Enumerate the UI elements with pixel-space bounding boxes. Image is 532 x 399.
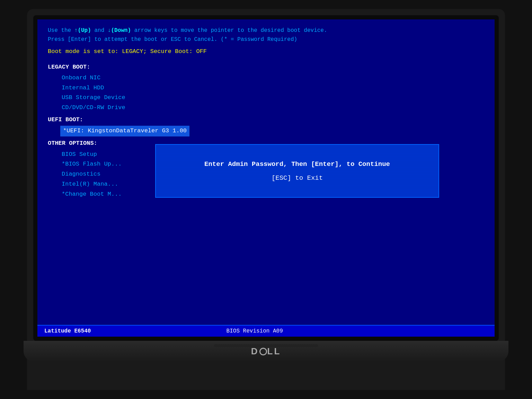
laptop-outer: Use the ↑(Up) and ↓(Down) arrow keys to … bbox=[27, 9, 505, 390]
password-dialog: Enter Admin Password, Then [Enter], to C… bbox=[155, 144, 439, 198]
bios-revision-label: BIOS Revision A09 bbox=[227, 328, 283, 334]
legacy-boot-header: LEGACY BOOT: bbox=[48, 62, 484, 72]
legacy-item-cd[interactable]: CD/DVD/CD-RW Drive bbox=[48, 103, 484, 113]
laptop-model-label: Latitude E6540 bbox=[44, 328, 91, 334]
laptop-bottom: DLL bbox=[24, 341, 508, 362]
password-dialog-line1: Enter Admin Password, Then [Enter], to C… bbox=[204, 160, 390, 168]
password-dialog-line2: [ESC] to Exit bbox=[272, 174, 323, 182]
boot-mode-line: Boot mode is set to: LEGACY; Secure Boot… bbox=[48, 47, 484, 56]
uefi-selected-item[interactable]: *UEFI: KingstonDataTraveler G3 1.00 bbox=[48, 126, 484, 136]
instruction-line-1: Use the ↑(Up) and ↓(Down) arrow keys to … bbox=[48, 26, 484, 35]
legacy-item-hdd[interactable]: Internal HDD bbox=[48, 83, 484, 93]
legacy-item-nic[interactable]: Onboard NIC bbox=[48, 73, 484, 83]
uefi-boot-header: UEFI BOOT: bbox=[48, 115, 484, 124]
legacy-item-usb[interactable]: USB Storage Device bbox=[48, 93, 484, 103]
bios-bottom-bar: Latitude E6540 BIOS Revision A09 bbox=[37, 325, 495, 337]
dell-logo: DLL bbox=[251, 346, 281, 357]
dell-o-letter bbox=[259, 348, 267, 355]
touchpad-strip bbox=[214, 344, 318, 347]
instruction-line-2: Press [Enter] to attempt the boot or ESC… bbox=[48, 35, 484, 44]
screen-bezel: Use the ↑(Up) and ↓(Down) arrow keys to … bbox=[33, 15, 499, 341]
bios-screen: Use the ↑(Up) and ↓(Down) arrow keys to … bbox=[37, 19, 495, 337]
